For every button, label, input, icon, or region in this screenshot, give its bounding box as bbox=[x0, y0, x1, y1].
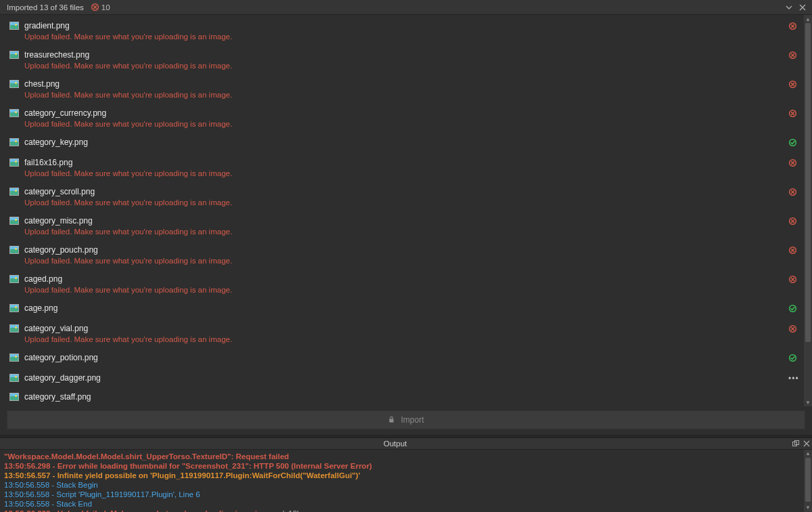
image-file-icon bbox=[9, 275, 19, 283]
file-list[interactable]: gradient.pngUpload failed. Make sure wha… bbox=[0, 15, 804, 406]
output-body[interactable]: "Workspace.Model.Model.Model.shirt_Upper… bbox=[0, 450, 812, 512]
image-file-icon bbox=[9, 22, 19, 30]
file-status bbox=[788, 217, 797, 228]
lock-icon bbox=[388, 416, 397, 425]
error-icon bbox=[788, 22, 797, 30]
file-name: cage.png bbox=[24, 303, 783, 314]
error-icon bbox=[91, 3, 99, 12]
error-icon bbox=[788, 188, 797, 196]
scroll-down-arrow-icon[interactable]: ▼ bbox=[804, 504, 812, 512]
file-row[interactable]: category_dagger.png••• bbox=[0, 370, 804, 385]
file-name: category_key.png bbox=[24, 137, 783, 148]
success-icon bbox=[788, 138, 797, 147]
file-list-scrollbar[interactable]: ▲ ▼ bbox=[804, 15, 812, 406]
output-scrollbar[interactable]: ▲ ▼ bbox=[804, 450, 812, 512]
file-name: category_potion.png bbox=[24, 353, 783, 363]
file-error-message: Upload failed. Make sure what you're upl… bbox=[24, 335, 783, 345]
output-line: 13:50:56.558 - Stack Begin bbox=[4, 480, 804, 490]
file-error-message: Upload failed. Make sure what you're upl… bbox=[24, 227, 783, 237]
svg-rect-14 bbox=[390, 419, 394, 422]
file-row[interactable]: category_vial.pngUpload failed. Make sur… bbox=[0, 321, 804, 346]
file-row[interactable]: category_currency.pngUpload failed. Make… bbox=[0, 106, 804, 131]
file-row[interactable]: chest.pngUpload failed. Make sure what y… bbox=[0, 77, 804, 102]
file-row[interactable]: category_key.png bbox=[0, 135, 804, 151]
file-name: fail16x16.png bbox=[24, 158, 783, 168]
output-line: 13:52:36.222 - Upload failed. Make sure … bbox=[4, 509, 804, 512]
import-bar: Import bbox=[0, 406, 812, 435]
file-row[interactable]: cage.png bbox=[0, 301, 804, 317]
output-close-button[interactable] bbox=[801, 438, 812, 449]
error-icon bbox=[788, 158, 797, 167]
file-error-message: Upload failed. Make sure what you're upl… bbox=[24, 256, 783, 266]
pending-icon: ••• bbox=[788, 375, 797, 383]
file-status bbox=[788, 51, 797, 62]
error-icon bbox=[788, 275, 797, 284]
file-status bbox=[788, 354, 797, 365]
import-button-label: Import bbox=[401, 415, 424, 425]
file-row[interactable]: gradient.pngUpload failed. Make sure wha… bbox=[0, 18, 804, 43]
output-header: Output bbox=[0, 438, 812, 450]
image-file-icon bbox=[9, 354, 19, 362]
image-file-icon bbox=[9, 80, 19, 88]
image-file-icon bbox=[9, 393, 19, 401]
file-error-message: Upload failed. Make sure what you're upl… bbox=[24, 32, 783, 42]
file-row[interactable]: category_scroll.pngUpload failed. Make s… bbox=[0, 184, 804, 209]
file-error-message: Upload failed. Make sure what you're upl… bbox=[24, 198, 783, 208]
scroll-track[interactable] bbox=[804, 23, 812, 398]
file-row[interactable]: category_potion.png bbox=[0, 350, 804, 366]
file-status bbox=[788, 246, 797, 257]
file-status bbox=[788, 80, 797, 91]
output-line: 13:50:56.557 - Infinite yield possible o… bbox=[4, 471, 804, 480]
output-line: 13:50:56.558 - Stack End bbox=[4, 499, 804, 509]
image-file-icon bbox=[9, 138, 19, 146]
file-row[interactable]: caged.pngUpload failed. Make sure what y… bbox=[0, 272, 804, 297]
file-status bbox=[788, 304, 797, 316]
scroll-thumb[interactable] bbox=[805, 458, 811, 502]
error-icon bbox=[788, 246, 797, 255]
file-row[interactable]: fail16x16.pngUpload failed. Make sure wh… bbox=[0, 155, 804, 180]
image-file-icon bbox=[9, 158, 19, 167]
file-status: ••• bbox=[788, 374, 797, 384]
collapse-button[interactable] bbox=[782, 1, 796, 14]
file-name: category_staff.png bbox=[24, 392, 792, 402]
scroll-down-arrow-icon[interactable]: ▼ bbox=[804, 398, 812, 406]
image-file-icon bbox=[9, 246, 19, 254]
close-button[interactable] bbox=[796, 1, 809, 14]
file-name: treasurechest.png bbox=[24, 50, 783, 60]
image-file-icon bbox=[9, 374, 19, 382]
error-icon bbox=[788, 109, 797, 118]
file-name: category_vial.png bbox=[24, 324, 783, 334]
success-icon bbox=[788, 304, 797, 313]
file-name: category_scroll.png bbox=[24, 187, 783, 197]
file-row[interactable]: treasurechest.pngUpload failed. Make sur… bbox=[0, 47, 804, 72]
output-line: 13:50:56.298 - Error while loading thumb… bbox=[4, 461, 804, 471]
import-button[interactable]: Import bbox=[7, 410, 805, 429]
image-file-icon bbox=[9, 109, 19, 117]
file-error-message: Upload failed. Make sure what you're upl… bbox=[24, 61, 783, 71]
error-icon bbox=[788, 324, 797, 333]
file-name: category_pouch.png bbox=[24, 245, 783, 255]
file-row[interactable]: category_staff.png bbox=[0, 389, 804, 404]
titlebar: Imported 13 of 36 files 10 bbox=[0, 0, 812, 15]
file-error-message: Upload failed. Make sure what you're upl… bbox=[24, 90, 783, 100]
file-row[interactable]: category_pouch.pngUpload failed. Make su… bbox=[0, 242, 804, 268]
scroll-up-arrow-icon[interactable]: ▲ bbox=[804, 450, 812, 458]
file-error-message: Upload failed. Make sure what you're upl… bbox=[24, 119, 783, 129]
file-name: chest.png bbox=[24, 79, 783, 89]
file-row[interactable]: category_misc.pngUpload failed. Make sur… bbox=[0, 213, 804, 238]
titlebar-error-count: 10 bbox=[91, 3, 110, 12]
output-popout-button[interactable] bbox=[790, 438, 801, 449]
file-name: category_dagger.png bbox=[24, 373, 783, 383]
file-name: gradient.png bbox=[24, 21, 783, 31]
titlebar-title: Imported 13 of 36 files bbox=[7, 3, 84, 12]
scroll-thumb[interactable] bbox=[805, 23, 811, 342]
file-list-panel: gradient.pngUpload failed. Make sure wha… bbox=[0, 15, 812, 406]
file-status bbox=[788, 158, 797, 170]
file-status bbox=[788, 324, 797, 336]
scroll-up-arrow-icon[interactable]: ▲ bbox=[804, 15, 812, 23]
titlebar-error-number: 10 bbox=[102, 3, 110, 12]
scroll-track[interactable] bbox=[804, 458, 812, 504]
error-icon bbox=[788, 51, 797, 60]
file-status bbox=[788, 188, 797, 199]
file-status bbox=[788, 22, 797, 33]
